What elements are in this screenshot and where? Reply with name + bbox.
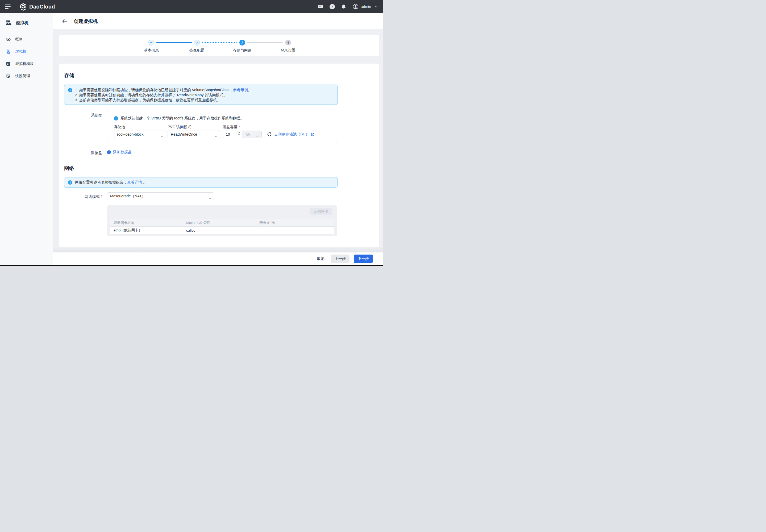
step-storage-network[interactable]: 3 存储与网络 (226, 40, 258, 53)
sidebar-item-label: 概览 (15, 37, 23, 42)
notice-line-2: 2. 如果需要使用实时迁移功能，请确保您的存储支持并选择了 ReadWriteM… (75, 93, 252, 98)
pvc-access-mode-select[interactable]: ReadWriteOnce (168, 131, 220, 138)
sidebar-divider (5, 32, 48, 32)
storage-pool-select[interactable]: rook-ceph-block (114, 131, 166, 138)
notice-text: 网络配置可参考表格按需组合， (75, 180, 127, 184)
capacity-spinner (238, 132, 240, 136)
nic-table-row: eth0（默认网卡） calico - (110, 227, 334, 234)
step-number: 3 (239, 40, 245, 45)
nic-col-multus: Multus CR 管理 (182, 221, 256, 225)
sidebar-item-snapshot[interactable]: 快照管理 (0, 70, 53, 82)
notice-text: 1. 如果需要使用克隆和快照功能，请确保您的存储池已经创建了对应的 Volume… (75, 88, 233, 92)
bottom-edge (0, 265, 383, 266)
capacity-decrease-button[interactable] (238, 134, 240, 136)
screen: DaoCloud (0, 0, 383, 266)
step-label: 基本信息 (144, 48, 159, 53)
step-basic-info[interactable]: 基本信息 (135, 40, 167, 53)
vm-doc-icon (6, 49, 11, 54)
storage-notice-lines: 1. 如果需要使用克隆和快照功能，请确保您的存储池已经创建了对应的 Volume… (75, 88, 252, 103)
message-icon[interactable] (318, 4, 323, 9)
capacity-increase-button[interactable] (238, 132, 240, 133)
disk-capacity-field (223, 131, 242, 138)
reference-example-link[interactable]: 参考示例 (233, 88, 248, 92)
nic-ippool-cell: - (256, 228, 334, 232)
notice-text: 。 (142, 180, 147, 184)
back-button[interactable] (62, 19, 68, 23)
stepper-card: 基本信息 镜像配置 3 存储与网络 4 登录设置 (59, 35, 379, 56)
chevron-down-icon (160, 134, 163, 138)
nic-col-ippool: 网卡 IP 池 (256, 221, 334, 225)
navbar-actions: admin (318, 4, 378, 10)
sidebar-nav: 概览 虚拟机 (0, 33, 53, 82)
label-text: 网络模式 (85, 194, 100, 199)
user-menu[interactable]: admin (353, 4, 378, 10)
chevron-down-icon (209, 196, 211, 200)
storage-section-title: 存储 (64, 72, 74, 79)
network-mode-value: Masquerade（NAT） (110, 194, 145, 199)
avatar-icon (353, 4, 359, 10)
storage-pool-label: 存储池 (114, 125, 125, 130)
brand-name: DaoCloud (29, 4, 55, 10)
notice-line-3: 3. 当前存储类型可能不支持热增减磁盘，为确保数据准确性，建议在更新后重启虚拟机… (75, 98, 252, 103)
disk-capacity-label: 磁盘容量* (223, 125, 240, 130)
nic-multus-cell: calico (182, 228, 256, 232)
help-icon[interactable] (330, 4, 335, 9)
sidebar-item-vm-template[interactable]: 虚拟机模板 (0, 58, 53, 70)
info-icon (114, 116, 118, 120)
info-icon (68, 88, 72, 92)
add-data-disk-text: 添加数据盘 (113, 150, 132, 155)
brand-logo: DaoCloud (20, 3, 55, 11)
sidebar-module-title: 虚拟机 (16, 20, 28, 26)
disk-capacity-input[interactable] (226, 132, 236, 136)
nic-col-name: 容器网卡名称 (110, 221, 182, 225)
step-label: 登录设置 (281, 48, 295, 53)
step-number: 4 (285, 40, 291, 45)
step-label: 镜像配置 (189, 48, 204, 53)
menu-icon[interactable] (5, 5, 11, 9)
plus-icon (107, 150, 111, 154)
storage-pool-value: rook-ceph-block (117, 132, 144, 136)
network-mode-label: 网络模式* (70, 194, 102, 199)
add-nic-button[interactable]: 添加网卡 (310, 208, 332, 215)
sidebar-item-label: 虚拟机模板 (15, 61, 34, 66)
nic-table: 容器网卡名称 Multus CR 管理 网卡 IP 池 eth0（默认网卡） c… (110, 219, 334, 234)
sidebar: 虚拟机 概览 (0, 13, 53, 266)
external-link-icon (311, 133, 314, 136)
page-title: 创建虚拟机 (74, 18, 98, 24)
template-icon (6, 61, 11, 66)
create-storage-pool-link[interactable]: 去创建存储池（SC） (274, 132, 314, 137)
sidebar-module-header[interactable]: 虚拟机 (0, 18, 53, 28)
nic-table-header: 容器网卡名称 Multus CR 管理 网卡 IP 池 (110, 219, 334, 227)
sidebar-item-label: 快照管理 (15, 74, 30, 78)
capacity-unit-select[interactable]: Gi (242, 131, 261, 138)
step-login-settings[interactable]: 4 登录设置 (272, 40, 304, 53)
cancel-button[interactable]: 取消 (314, 255, 328, 263)
footer-shadow (53, 247, 383, 252)
notification-icon[interactable] (341, 4, 346, 10)
capacity-unit-value: Gi (246, 132, 250, 136)
view-details-link[interactable]: 查看详情 (127, 180, 142, 184)
network-mode-select[interactable]: Masquerade（NAT） (107, 192, 214, 200)
footer-action-bar: 取消 上一步 下一步 (53, 252, 383, 265)
sidebar-item-vm[interactable]: 虚拟机 (0, 45, 53, 58)
chevron-down-icon (214, 134, 217, 138)
pvc-access-mode-label: PVC 访问模式 (168, 125, 191, 130)
add-data-disk-link[interactable]: 添加数据盘 (107, 150, 132, 155)
info-icon (68, 180, 72, 185)
next-step-button[interactable]: 下一步 (354, 255, 373, 263)
step-label: 存储与网络 (233, 48, 252, 53)
form-card: 存储 1. 如果需要使用克隆和快照功能，请确保您的存储池已经创建了对应的 Vol… (59, 64, 379, 247)
step-image-config[interactable]: 镜像配置 (181, 40, 213, 53)
create-storage-pool-text: 去创建存储池（SC） (274, 132, 309, 137)
refresh-icon[interactable] (267, 132, 272, 137)
network-section-title: 网络 (64, 165, 74, 172)
server-cloud-icon (5, 20, 12, 26)
sidebar-item-overview[interactable]: 概览 (0, 33, 53, 45)
snapshot-icon (6, 74, 11, 78)
system-disk-label: 系统盘 (70, 113, 102, 118)
previous-step-button[interactable]: 上一步 (331, 255, 349, 263)
username-label: admin (361, 5, 371, 9)
chevron-down-icon (256, 134, 259, 138)
required-asterisk: * (239, 125, 240, 129)
notice-text: 。 (248, 88, 252, 92)
